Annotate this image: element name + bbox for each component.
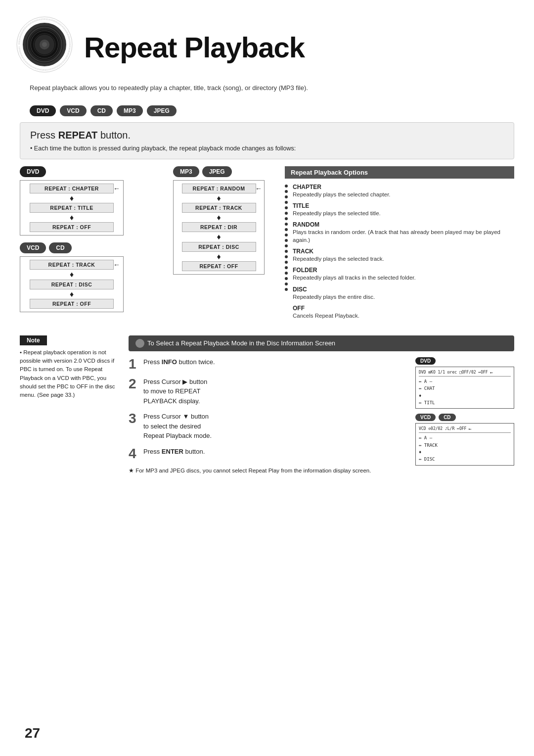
step-1-number: 1 <box>129 357 139 371</box>
dvd-screen-body: ↔ A – ↔ CHAT ♦ ↔ TITL <box>419 376 511 407</box>
vcd-cd-screen-badge-row: VCD CD <box>415 414 514 421</box>
dvd-screen-item-1: ↔ A – <box>419 378 511 385</box>
vcd-flow-item-2: REPEAT : DISC <box>20 280 123 289</box>
option-chapter-title: CHAPTER <box>293 184 514 190</box>
mid-col: MP3 JPEG REPEAT : RANDOM ← ♦ REPEAT : TR… <box>168 166 277 324</box>
steps-col: 1 Press INFO button twice. 2 Press Curso… <box>129 357 410 474</box>
dvd-label-chapter: REPEAT : CHAPTER <box>30 184 114 193</box>
dvd-screen-badge: DVD <box>415 357 436 365</box>
dvd-screen-item-2: ↔ CHAT <box>419 385 511 392</box>
badge-cd: CD <box>90 105 113 116</box>
step-2-text: Press Cursor ▶ buttonto move to REPEATPL… <box>143 377 207 406</box>
main-content: DVD REPEAT : CHAPTER ← ♦ REPEAT : TITLE … <box>0 159 534 324</box>
mp3-jpeg-badge-row: MP3 JPEG <box>173 166 277 177</box>
dvd-diagram-badge: DVD <box>20 166 46 177</box>
steps-and-screens: 1 Press INFO button twice. 2 Press Curso… <box>129 357 514 474</box>
vcd-flow-item-3: REPEAT : OFF <box>20 299 123 309</box>
page-number: 27 <box>25 725 40 741</box>
speaker-graphic: 0101010101010101010101010101010101010101… <box>15 15 79 79</box>
mp3-label-random: REPEAT : RANDOM <box>182 184 256 193</box>
vcd-screen-badge: VCD <box>415 414 436 421</box>
dot-11 <box>285 239 288 242</box>
vcd-cd-screen-area: VCD CD VCD ⊙02/02 ♪L/R ↔OFF ← ↔ A – ↔ TR… <box>415 414 514 466</box>
dvd-screen-mockup: DVD ⊞KO 1/1 ⊟rec □OFF/02 ↔OFF ← ↔ A – ↔ … <box>415 367 514 409</box>
option-folder: FOLDER Repeatedly plays all tracks in th… <box>293 267 514 282</box>
mp3-note: ★ For MP3 and JPEG discs, you cannot sel… <box>129 467 410 474</box>
vcd-screen-item-2: ↔ TRACK <box>419 442 511 449</box>
step-4: 4 Press ENTER button. <box>129 447 410 461</box>
to-select-text: To Select a Repeat Playback Mode in the … <box>147 339 335 347</box>
vcd-screen-body: ↔ A – ↔ TRACK ♦ ↔ DISC <box>419 432 511 463</box>
dvd-screen-top: DVD ⊞KO 1/1 ⊟rec □OFF/02 ↔OFF ← <box>419 370 511 375</box>
option-random-desc: Plays tracks in random order. (A track t… <box>293 228 514 244</box>
mp3-label-dir: REPEAT : DIR <box>182 222 256 232</box>
dot-3 <box>285 195 288 198</box>
mp3-arrow-1: ♦ <box>174 193 264 203</box>
dvd-flow-box: REPEAT : CHAPTER ← ♦ REPEAT : TITLE ♦ RE… <box>20 180 124 236</box>
dot-18 <box>285 277 288 280</box>
vcd-label-track: REPEAT : TRACK <box>30 260 114 270</box>
option-chapter-desc: Repeatedly plays the selected chapter. <box>293 190 514 198</box>
left-col: DVD REPEAT : CHAPTER ← ♦ REPEAT : TITLE … <box>20 166 168 324</box>
option-track-title: TRACK <box>293 248 514 255</box>
dot-6 <box>285 212 288 215</box>
circle-icon <box>135 339 144 348</box>
dot-2 <box>285 190 288 193</box>
screens-col: DVD DVD ⊞KO 1/1 ⊟rec □OFF/02 ↔OFF ← ↔ A … <box>415 357 514 474</box>
dot-5 <box>285 206 288 209</box>
options-header: Repeat Playback Options <box>285 166 514 179</box>
mp3-flow-item-5: REPEAT : OFF <box>174 261 264 271</box>
vcd-flow-box: REPEAT : TRACK ← ♦ REPEAT : DISC ♦ REPEA… <box>20 256 124 312</box>
dot-15 <box>285 261 288 264</box>
option-off-desc: Cancels Repeat Playback. <box>293 312 514 320</box>
dot-7 <box>285 217 288 220</box>
options-content: CHAPTER Repeatedly plays the selected ch… <box>293 184 514 324</box>
vcd-label-off: REPEAT : OFF <box>30 299 114 309</box>
step-4-number: 4 <box>129 447 139 461</box>
step-3: 3 Press Cursor ▼ buttonto select the des… <box>129 412 410 441</box>
cd-diagram-badge: CD <box>49 242 71 253</box>
dot-20 <box>285 288 288 291</box>
dvd-arrow-1: ♦ <box>20 193 123 203</box>
option-track-desc: Repeatedly plays the selected track. <box>293 255 514 263</box>
jpeg-diagram-badge: JPEG <box>202 166 232 177</box>
page-subtitle: Repeat playback allows you to repeatedly… <box>0 84 534 101</box>
dot-9 <box>285 228 288 231</box>
option-folder-title: FOLDER <box>293 267 514 274</box>
mp3-label-track: REPEAT : TRACK <box>182 203 256 213</box>
vcd-diagram-badge: VCD <box>20 242 46 253</box>
right-col: Repeat Playback Options <box>277 166 514 324</box>
step-1: 1 Press INFO button twice. <box>129 357 410 371</box>
press-repeat-note: • Each time the button is pressed during… <box>30 145 504 152</box>
step-3-text: Press Cursor ▼ buttonto select the desir… <box>143 412 212 441</box>
badge-dvd: DVD <box>30 105 56 116</box>
mp3-label-off: REPEAT : OFF <box>182 261 256 271</box>
format-badges: DVD VCD CD MP3 JPEG <box>0 101 534 116</box>
option-title-label: TITLE <box>293 202 514 209</box>
dvd-arrow-2: ♦ <box>20 213 123 222</box>
dvd-screen-area: DVD DVD ⊞KO 1/1 ⊟rec □OFF/02 ↔OFF ← ↔ A … <box>415 357 514 409</box>
option-disc-desc: Repeatedly plays the entire disc. <box>293 293 514 301</box>
dot-10 <box>285 234 288 236</box>
instructions-col: To Select a Repeat Playback Mode in the … <box>129 335 514 474</box>
option-chapter: CHAPTER Repeatedly plays the selected ch… <box>293 184 514 198</box>
mp3-flow-item-1: REPEAT : RANDOM ← <box>174 184 264 193</box>
step-1-text: Press INFO button twice. <box>143 357 215 367</box>
step-2: 2 Press Cursor ▶ buttonto move to REPEAT… <box>129 377 410 406</box>
dvd-flow-item-2: REPEAT : TITLE <box>20 203 123 213</box>
vcd-screen-item-4: ↔ DISC <box>419 456 511 463</box>
repeat-bold: REPEAT <box>58 130 98 141</box>
option-track: TRACK Repeatedly plays the selected trac… <box>293 248 514 263</box>
option-disc: DISC Repeatedly plays the entire disc. <box>293 286 514 301</box>
press-repeat-title: Press REPEAT button. <box>30 130 504 141</box>
vcd-screen-mockup: VCD ⊙02/02 ♪L/R ↔OFF ← ↔ A – ↔ TRACK ♦ ↔… <box>415 423 514 466</box>
step-2-number: 2 <box>129 377 139 391</box>
mp3-diagram-badge: MP3 <box>173 166 199 177</box>
dot-13 <box>285 250 288 253</box>
page-header: 0101010101010101010101010101010101010101… <box>0 0 534 84</box>
bottom-section: Note • Repeat playback operation is not … <box>0 328 534 474</box>
note-box: Note • Repeat playback operation is not … <box>20 335 119 474</box>
dots-col <box>285 184 288 324</box>
vcd-screen-item-1: ↔ A – <box>419 434 511 441</box>
badge-vcd: VCD <box>60 105 86 116</box>
